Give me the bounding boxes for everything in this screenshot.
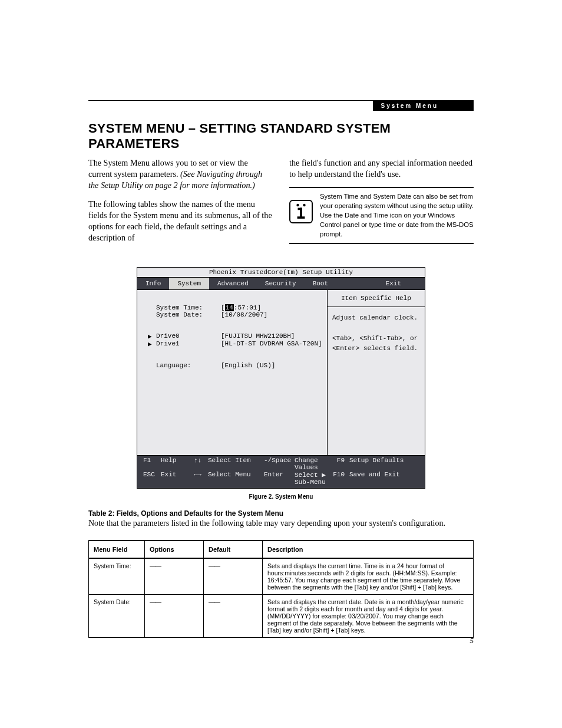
bios-menu-exit: Exit [378, 278, 425, 289]
intro-col-left: The System Menu allows you to set or vie… [88, 157, 273, 251]
arrows-leftright-icon: ←→ [194, 471, 208, 486]
cell-field: System Time: [89, 558, 145, 595]
bios-help-line: <Tab>, <Shift-Tab>, or [332, 334, 420, 344]
cell-description: Sets and displays the current date. Date… [263, 595, 474, 638]
table-note: Note that the parameters listed in the f… [88, 519, 474, 528]
bios-help-panel: Item Specific Help Adjust calendar clock… [327, 290, 425, 455]
section-tab: System Menu [373, 101, 474, 111]
bios-drive1-value: [HL-DT-ST DVDRAM GSA-T20N] [221, 340, 322, 348]
bios-menu-security: Security [257, 278, 305, 289]
bios-drive0-label: Drive0 [156, 332, 221, 340]
bios-screenshot: Phoenix TrustedCore(tm) Setup Utility In… [137, 267, 425, 489]
figure-caption: Figure 2. System Menu [88, 493, 474, 500]
bios-key-f9: F9 [327, 457, 349, 471]
submenu-caret-icon: ▶ [148, 340, 156, 348]
table-title: Table 2: Fields, Options and Defaults fo… [88, 509, 474, 518]
bios-help-title: Item Specific Help [328, 290, 425, 307]
bios-title: Phoenix TrustedCore(tm) Setup Utility [137, 268, 425, 278]
cell-default: —— [204, 558, 263, 595]
th-description: Description [263, 541, 474, 558]
bios-help-line: Adjust calendar clock. [332, 313, 420, 323]
intro-text-3: the field's function and any special inf… [289, 157, 474, 180]
th-default: Default [204, 541, 263, 558]
page-title: SYSTEM MENU – SETTING STANDARD SYSTEM PA… [88, 121, 474, 151]
bios-drive1-label: Drive1 [156, 340, 221, 348]
bios-menu-advanced: Advanced [209, 278, 257, 289]
bios-time-hour: 14 [225, 304, 234, 311]
intro-col-right: the field's function and any special inf… [289, 157, 474, 251]
bios-time-value: [14:57:01] [221, 304, 261, 311]
bios-date-label: System Date: [156, 311, 221, 318]
svg-point-1 [303, 204, 305, 206]
header-rule: System Menu [88, 100, 474, 101]
submenu-caret-icon: ▶ [148, 332, 156, 340]
bios-menu-info: Info [137, 278, 169, 289]
page-number: 5 [470, 636, 474, 645]
bios-key-esc: ESC [143, 471, 161, 486]
bios-menubar: Info System Advanced Security Boot Exit [137, 278, 425, 290]
bios-date-value: [10/08/2007] [221, 311, 267, 318]
bios-time-rest: :57:01] [234, 304, 261, 311]
th-menu-field: Menu Field [89, 541, 145, 558]
info-icon [289, 200, 313, 223]
bios-select-menu-label: Select Menu [208, 471, 264, 486]
bios-left-panel: System Time: [14:57:01] System Date: [10… [137, 290, 327, 455]
bios-time-label: System Time: [156, 304, 221, 311]
bios-change-values-label: Change Values [295, 457, 327, 471]
svg-point-0 [296, 204, 299, 206]
cell-options: —— [145, 595, 204, 638]
bios-key-esc-label: Exit [161, 471, 194, 486]
table-row: System Time: —— —— Sets and displays the… [89, 558, 474, 595]
table-row: System Date: —— —— Sets and displays the… [89, 595, 474, 638]
bios-key-space: -/Space [264, 457, 295, 471]
svg-rect-4 [300, 208, 302, 218]
bios-drive0-value: [FUJITSU MHW2120BH] [221, 332, 295, 340]
cell-options: —— [145, 558, 204, 595]
bios-menu-boot: Boot [305, 278, 336, 289]
intro-text-2: The following tables show the names of t… [88, 199, 273, 244]
cell-field: System Date: [89, 595, 145, 638]
svg-rect-5 [297, 217, 305, 219]
th-options: Options [145, 541, 204, 558]
bios-save-exit-label: Save and Exit [349, 471, 419, 486]
fields-table: Menu Field Options Default Description S… [88, 540, 474, 638]
bios-help-line: <Enter> selects field. [332, 344, 420, 354]
cell-description: Sets and displays the current time. Time… [263, 558, 474, 595]
info-callout: System Time and System Date can also be … [289, 187, 474, 243]
bios-key-f1-label: Help [161, 457, 194, 471]
info-callout-text: System Time and System Date can also be … [320, 192, 474, 239]
bios-key-enter: Enter [264, 471, 295, 486]
bios-select-item-label: Select Item [208, 457, 264, 471]
cell-default: —— [204, 595, 263, 638]
arrows-updown-icon: ↑↓ [194, 457, 208, 471]
bios-lang-value: [English (US)] [221, 362, 275, 369]
bios-lang-label: Language: [156, 362, 221, 369]
bios-menu-system: System [169, 278, 209, 289]
bios-submenu-label: Select ▶ Sub-Menu [295, 471, 327, 486]
bios-key-f1: F1 [143, 457, 161, 471]
bios-footer: F1 Help ↑↓ Select Item -/Space Change Va… [137, 455, 425, 488]
bios-key-f10: F10 [327, 471, 349, 486]
bios-setup-defaults-label: Setup Defaults [349, 457, 419, 471]
